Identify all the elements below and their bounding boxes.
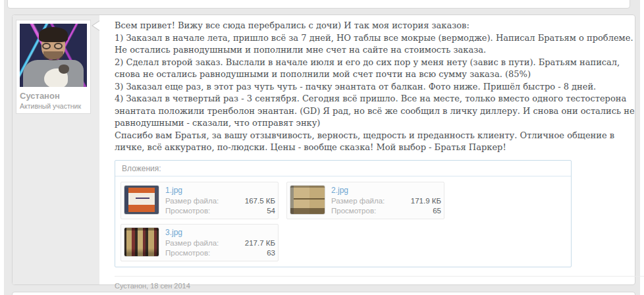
views-label: Просмотров:	[165, 248, 210, 258]
user-info-panel: Сустанон Активный участник	[13, 15, 99, 284]
attachment-filename-link[interactable]: 1.jpg	[165, 186, 275, 195]
avatar-glasses-right	[54, 43, 63, 49]
attachment-filename-link[interactable]: 3.jpg	[165, 228, 275, 237]
attachment-info: 1.jpg Размер файла: 167.5 КБ Просмотров:…	[165, 185, 275, 216]
avatar-hair	[39, 27, 68, 42]
attachment-item[interactable]: 1.jpg Размер файла: 167.5 КБ Просмотров:…	[121, 182, 279, 219]
avatar[interactable]	[20, 24, 87, 87]
avatar-beard	[43, 51, 63, 61]
attachment-size-row: Размер файла: 167.5 КБ	[165, 196, 275, 206]
post-content: Всем привет! Вижу все сюда перебрались с…	[99, 15, 644, 295]
user-card: Сустанон Активный участник	[16, 20, 91, 114]
attachment-item[interactable]: 3.jpg Размер файла: 217.7 КБ Просмотров:…	[121, 224, 279, 261]
size-label: Размер файла:	[165, 196, 219, 206]
avatar-glasses-left	[42, 43, 51, 49]
attachment-info: 3.jpg Размер файла: 217.7 КБ Просмотров:…	[165, 227, 275, 258]
post-body: Всем привет! Вижу все сюда перебрались с…	[115, 20, 636, 154]
attachment-size-row: Размер файла: 171.9 КБ	[331, 196, 441, 206]
post-date-link[interactable]: Сустанон, 18 сен 2014	[115, 282, 190, 290]
attachments-block: Вложения: 1.jpg Размер файла: 167.5 КБ П…	[115, 160, 572, 267]
attachment-views-row: Просмотров: 63	[165, 248, 275, 258]
attachment-thumbnail[interactable]	[124, 227, 159, 257]
post-line: 2) Сделал второй заказ. Выслали в начале…	[115, 57, 636, 81]
attachment-filename-link[interactable]: 2.jpg	[331, 186, 441, 195]
post-footer: Сустанон, 18 сен 2014 #538	[115, 276, 644, 290]
attachment-size-row: Размер файла: 217.7 КБ	[165, 238, 275, 248]
attachment-thumbnail[interactable]	[290, 185, 325, 215]
attachment-item[interactable]: 2.jpg Размер файла: 171.9 КБ Просмотров:…	[286, 182, 444, 219]
username-link[interactable]: Сустанон	[20, 91, 87, 101]
user-title: Активный участник	[20, 102, 87, 110]
views-label: Просмотров:	[331, 206, 376, 216]
post-line: 3) Заказал еще раз, в этот раз чуть чуть…	[115, 81, 636, 94]
bubble-arrow-icon	[93, 20, 101, 31]
size-value: 217.7 КБ	[245, 238, 275, 248]
post-line: Спасибо вам Братья, за вашу отзывчивость…	[115, 130, 636, 154]
attachments-list: 1.jpg Размер файла: 167.5 КБ Просмотров:…	[115, 176, 571, 267]
attachment-info: 2.jpg Размер файла: 171.9 КБ Просмотров:…	[331, 185, 441, 216]
thumbnail-detail	[136, 198, 150, 199]
views-value: 54	[267, 206, 275, 216]
views-value: 65	[433, 206, 441, 216]
size-value: 171.9 КБ	[411, 196, 441, 206]
post-line: Всем привет! Вижу все сюда перебрались с…	[115, 20, 636, 32]
attachment-views-row: Просмотров: 54	[165, 206, 275, 216]
attachments-header: Вложения:	[115, 161, 571, 176]
views-label: Просмотров:	[165, 206, 210, 216]
previous-post-edge	[7, 0, 630, 9]
views-value: 63	[267, 248, 275, 258]
size-label: Размер файла:	[165, 238, 219, 248]
size-label: Размер файла:	[331, 196, 385, 206]
avatar-cat-head	[59, 65, 69, 74]
attachment-views-row: Просмотров: 65	[331, 206, 441, 216]
forum-post: Сустанон Активный участник Всем привет! …	[12, 14, 635, 285]
size-value: 167.5 КБ	[245, 196, 275, 206]
attachment-thumbnail[interactable]	[124, 185, 159, 215]
post-line: 4) Заказал в четвертый раз - 3 сентября.…	[115, 93, 636, 130]
post-line: 1) Заказал в начале лета, пришло всё за …	[115, 32, 636, 57]
